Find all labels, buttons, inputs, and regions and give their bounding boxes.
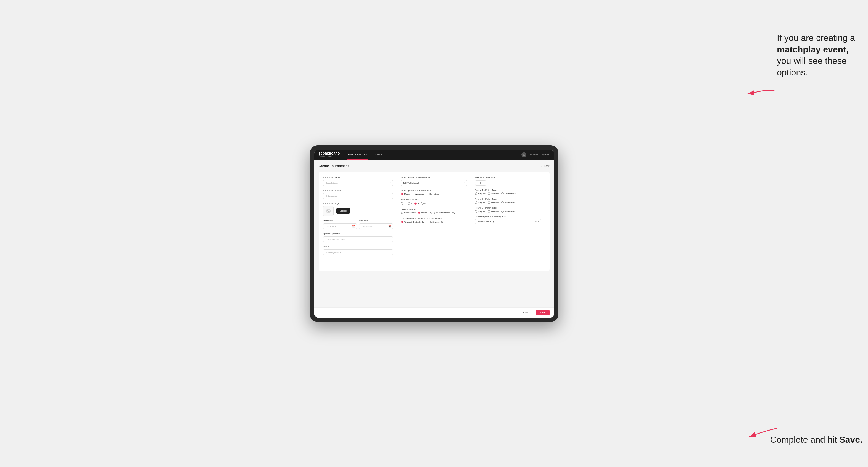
- third-party-clear-icon[interactable]: ✕ ▾: [535, 220, 539, 223]
- form-col-1: Tournament Host ▾ Tournament name Tourna…: [323, 176, 397, 267]
- back-button[interactable]: ← Back: [541, 165, 550, 167]
- user-avatar: [521, 152, 526, 157]
- round2-fourball-label: Fourball: [491, 201, 499, 204]
- scoring-stroke[interactable]: Stroke Play: [401, 212, 415, 214]
- scoring-radio-group: Stroke Play Match Play Medal Match Play: [401, 212, 467, 214]
- tournament-host-label: Tournament Host: [323, 176, 393, 179]
- round2-radio-group: Singles Fourball Foursomes: [475, 201, 541, 204]
- gender-combined-label: Combined: [429, 193, 439, 195]
- user-name: Test User |: [529, 153, 539, 156]
- teams-plus-individuals[interactable]: Teams (+Individuals): [401, 221, 425, 223]
- nav-links: TOURNAMENTS TEAMS: [347, 150, 521, 160]
- round1-singles-label: Singles: [478, 192, 486, 195]
- scoring-medal[interactable]: Medal Match Play: [434, 212, 455, 214]
- division-select[interactable]: NCAA Division I: [401, 180, 467, 186]
- signout-link[interactable]: Sign out: [541, 153, 549, 156]
- round1-radio-group: Singles Fourball Foursomes: [475, 192, 541, 195]
- venue-label: Venue: [323, 246, 393, 248]
- end-date-input[interactable]: [359, 223, 393, 229]
- nav-logo: SCOREBOARD Powered by clippit: [319, 152, 340, 157]
- nav-tournaments[interactable]: TOURNAMENTS: [347, 150, 368, 160]
- nav-user: Test User | Sign out: [521, 152, 549, 157]
- scoring-match[interactable]: Match Play: [417, 212, 432, 214]
- gender-mens-label: Mens: [404, 193, 410, 195]
- tournament-logo-group: Tournament logo Upload: [323, 202, 393, 216]
- cancel-button[interactable]: Cancel: [520, 310, 533, 315]
- svg-point-0: [523, 154, 524, 155]
- rounds-group: Number of rounds 1 2: [401, 198, 467, 205]
- round3-fourball[interactable]: Fourball: [488, 210, 499, 213]
- gender-mens[interactable]: Mens: [401, 193, 410, 195]
- round-2-label: 2: [411, 202, 412, 205]
- form-col-3: Maximum Team Size Round 1 - Match Type S…: [471, 176, 545, 267]
- gender-group: Which gender is the event for? Mens Wome…: [401, 189, 467, 195]
- round1-foursomes[interactable]: Foursomes: [501, 192, 516, 195]
- round-1[interactable]: 1: [401, 202, 405, 205]
- tablet-shell: SCOREBOARD Powered by clippit TOURNAMENT…: [310, 145, 558, 322]
- gender-womens-label: Womens: [415, 193, 424, 195]
- round2-singles-label: Singles: [478, 201, 486, 204]
- round-2[interactable]: 2: [408, 202, 412, 205]
- round1-fourball[interactable]: Fourball: [488, 192, 499, 195]
- page-footer: Cancel Save: [314, 307, 554, 318]
- round3-foursomes-label: Foursomes: [504, 210, 516, 213]
- round1-fourball-label: Fourball: [491, 192, 499, 195]
- round-3[interactable]: 3: [414, 202, 419, 205]
- arrow-right-svg: [745, 83, 778, 99]
- third-party-value: Leaderboard King: [477, 220, 495, 223]
- teams-radio-group: Teams (+Individuals) Individuals Only: [401, 221, 467, 223]
- annotation-bottom-text: Complete and hit Save.: [770, 435, 863, 445]
- logo-upload-area: Upload: [323, 206, 393, 216]
- round1-foursomes-label: Foursomes: [504, 192, 516, 195]
- round1-label: Round 1 - Match Type: [475, 189, 541, 191]
- save-button[interactable]: Save: [536, 310, 549, 315]
- gender-combined[interactable]: Combined: [426, 193, 439, 195]
- sponsor-input[interactable]: [323, 237, 393, 242]
- form-container: Tournament Host ▾ Tournament name Tourna…: [319, 172, 550, 271]
- max-team-input[interactable]: [475, 180, 486, 186]
- annotation-bottom-right: Complete and hit Save.: [770, 435, 863, 445]
- logo-title: SCOREBOARD: [319, 152, 340, 155]
- sponsor-label: Sponsor (optional): [323, 232, 393, 235]
- venue-input[interactable]: [323, 249, 393, 255]
- start-date-wrap: 📅: [323, 223, 357, 229]
- tournament-host-select-wrap: ▾: [323, 180, 393, 186]
- round2-match-type: Round 2 - Match Type Singles Fourball: [475, 198, 541, 204]
- upload-button[interactable]: Upload: [336, 208, 350, 214]
- tablet-screen: SCOREBOARD Powered by clippit TOURNAMENT…: [314, 150, 554, 318]
- round2-foursomes[interactable]: Foursomes: [501, 201, 516, 204]
- round-4[interactable]: 4: [421, 202, 426, 205]
- round3-foursomes[interactable]: Foursomes: [501, 210, 516, 213]
- tournament-name-group: Tournament name: [323, 189, 393, 199]
- round1-singles[interactable]: Singles: [475, 192, 486, 195]
- tournament-host-input[interactable]: [323, 180, 393, 186]
- scoring-stroke-label: Stroke Play: [404, 212, 415, 214]
- page-content: Create Tournament ← Back Tournament Host…: [314, 160, 554, 307]
- gender-womens[interactable]: Womens: [412, 193, 424, 195]
- tournament-name-input[interactable]: [323, 193, 393, 199]
- svg-point-1: [523, 155, 525, 156]
- third-party-select[interactable]: Leaderboard King ✕ ▾: [475, 219, 541, 224]
- division-group: Which division is the event for? NCAA Di…: [401, 176, 467, 186]
- tournament-host-group: Tournament Host ▾: [323, 176, 393, 186]
- round2-label: Round 2 - Match Type: [475, 198, 541, 200]
- logo-placeholder: [323, 206, 334, 216]
- end-date-label: End date: [359, 220, 393, 222]
- teams-label: Is this event for Teams and/or Individua…: [401, 217, 467, 220]
- rounds-radio-group: 1 2 3 4: [401, 202, 467, 205]
- tournament-logo-label: Tournament logo: [323, 202, 393, 205]
- teams-group: Is this event for Teams and/or Individua…: [401, 217, 467, 223]
- round-3-label: 3: [417, 202, 419, 205]
- nav-teams[interactable]: TEAMS: [372, 150, 383, 160]
- round-4-label: 4: [425, 202, 426, 205]
- round2-fourball[interactable]: Fourball: [488, 201, 499, 204]
- individuals-only-label: Individuals Only: [430, 221, 445, 223]
- page-title: Create Tournament: [319, 164, 349, 168]
- page-header: Create Tournament ← Back: [319, 164, 550, 168]
- round3-label: Round 3 - Match Type: [475, 207, 541, 209]
- round2-singles[interactable]: Singles: [475, 201, 486, 204]
- start-date-input[interactable]: [323, 223, 357, 229]
- round3-singles[interactable]: Singles: [475, 210, 486, 213]
- individuals-only[interactable]: Individuals Only: [427, 221, 445, 223]
- rounds-label: Number of rounds: [401, 198, 467, 201]
